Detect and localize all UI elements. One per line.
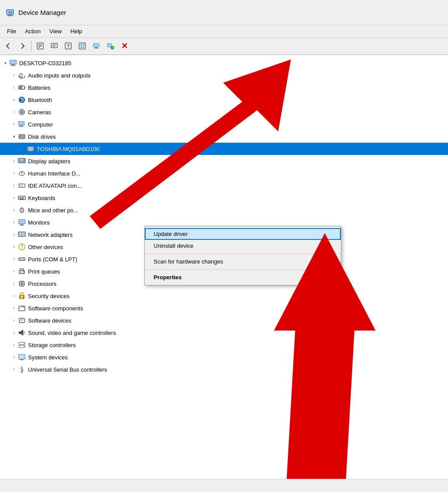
tree-cameras[interactable]: › Cameras [0, 106, 448, 118]
tree-software-components[interactable]: › Software components [0, 302, 448, 314]
sound-expand: › [10, 329, 18, 336]
other-expand: › [10, 243, 18, 250]
sw-dev-label: Software devices [28, 317, 71, 324]
batteries-icon [18, 83, 26, 92]
toshiba-label: TOSHIBA MQ01ABD100 [37, 146, 100, 152]
keyboards-icon [18, 193, 26, 202]
uninstall-button[interactable]: ✕ [118, 40, 131, 52]
toshiba-expand [19, 145, 26, 152]
title-bar-text: Device Manager [18, 9, 66, 16]
tree-display[interactable]: › Display adapters [0, 155, 448, 167]
bluetooth-icon: ℬ [18, 95, 26, 104]
sw-comp-expand: › [10, 305, 18, 312]
tree-disk-drives[interactable]: ▾ Disk drives [0, 130, 448, 143]
svg-text:DM: DM [8, 11, 12, 14]
network-icon [18, 230, 26, 239]
mice-icon [18, 206, 26, 214]
svg-rect-69 [20, 198, 24, 199]
menu-view[interactable]: View [46, 27, 65, 35]
svg-rect-21 [94, 48, 98, 49]
tree-computer[interactable]: › Computer [0, 118, 448, 130]
back-button[interactable] [2, 40, 15, 52]
svg-rect-89 [20, 272, 24, 273]
security-label: Security devices [28, 293, 70, 299]
display-label: Display adapters [28, 158, 70, 165]
batteries-expand: › [10, 84, 18, 91]
svg-point-120 [24, 346, 24, 347]
storage-label: Storage controllers [28, 342, 76, 348]
scan-button[interactable] [76, 40, 89, 52]
context-uninstall[interactable]: Uninstall device [145, 240, 341, 252]
svg-rect-31 [20, 74, 22, 77]
svg-rect-18 [83, 46, 84, 48]
tree-software-devices[interactable]: › Software devices [0, 314, 448, 327]
svg-rect-111 [20, 306, 21, 307]
tree-usb[interactable]: › Universal Serial Bus controllers [0, 363, 448, 376]
svg-point-90 [23, 271, 24, 272]
svg-rect-60 [19, 184, 25, 187]
computer-icon [18, 120, 26, 129]
svg-text:?: ? [21, 244, 24, 250]
svg-point-40 [21, 112, 23, 113]
svg-rect-20 [95, 47, 98, 48]
tree-batteries[interactable]: › Batteries [0, 81, 448, 94]
tree-mice[interactable]: › Mice and other po... [0, 204, 448, 216]
svg-text:ℬ: ℬ [20, 97, 24, 102]
svg-rect-56 [22, 159, 23, 160]
context-update-driver[interactable]: Update driver [145, 228, 341, 240]
svg-point-59 [21, 173, 23, 174]
context-properties[interactable]: Properties [145, 271, 341, 283]
tree-toshiba[interactable]: TOSHIBA MQ01ABD100 [0, 143, 448, 155]
svg-rect-54 [20, 159, 21, 160]
svg-rect-116 [19, 331, 21, 334]
svg-rect-112 [21, 306, 22, 307]
add-hardware-button[interactable]: + [104, 40, 117, 52]
tree-root[interactable]: ▾ DESKTOP-C032185 [0, 57, 448, 69]
usb-expand: › [10, 366, 18, 373]
computer-expand: › [10, 121, 18, 128]
sound-label: Sound, video and game controllers [28, 330, 116, 336]
batteries-label: Batteries [28, 84, 50, 91]
menu-action[interactable]: Action [21, 27, 44, 35]
help-button[interactable]: ? [62, 40, 75, 52]
svg-rect-55 [21, 159, 22, 160]
context-scan-hardware[interactable]: Scan for hardware changes [145, 256, 341, 267]
toolbar: ? + ✕ [0, 38, 448, 55]
ide-icon [18, 181, 26, 190]
usb-label: Universal Serial Bus controllers [28, 366, 107, 373]
svg-rect-74 [19, 220, 25, 224]
print-label: Print queues [28, 268, 60, 275]
svg-rect-1 [8, 14, 12, 15]
tree-sound[interactable]: › Sound, video and game controllers [0, 327, 448, 339]
properties-button[interactable] [34, 40, 47, 52]
svg-rect-43 [20, 126, 23, 127]
computer-toolbar-button[interactable] [90, 40, 103, 52]
svg-text:?: ? [67, 43, 70, 49]
tree-bluetooth[interactable]: › ℬ Bluetooth [0, 94, 448, 106]
print-expand: › [10, 268, 18, 275]
svg-rect-14 [79, 43, 85, 49]
forward-button[interactable] [16, 40, 29, 52]
tree-ide[interactable]: › IDE ATA/ATAPI con... [0, 179, 448, 192]
tree-system[interactable]: › System devices [0, 351, 448, 363]
svg-rect-126 [22, 369, 23, 370]
menu-bar: File Action View Help [0, 25, 448, 38]
svg-rect-34 [24, 87, 25, 88]
system-expand: › [10, 354, 18, 361]
menu-file[interactable]: File [4, 27, 20, 35]
menu-help[interactable]: Help [67, 27, 86, 35]
usb-icon [18, 365, 26, 374]
tree-security[interactable]: › Security devices [0, 290, 448, 302]
tree-audio[interactable]: › Audio inputs and outputs [0, 69, 448, 81]
tree-hid[interactable]: › Human Interface D... [0, 167, 448, 179]
monitors-expand: › [10, 219, 18, 226]
keyboards-expand: › [10, 194, 18, 201]
keyboards-label: Keyboards [28, 195, 55, 201]
tree-storage[interactable]: › Storage controllers [0, 339, 448, 351]
processors-expand: › [10, 280, 18, 287]
tree-keyboards[interactable]: › Keyboards [0, 192, 448, 204]
bluetooth-label: Bluetooth [28, 97, 52, 103]
svg-rect-92 [21, 282, 23, 285]
svg-text:+: + [112, 46, 114, 50]
update-driver-button[interactable] [48, 40, 61, 52]
